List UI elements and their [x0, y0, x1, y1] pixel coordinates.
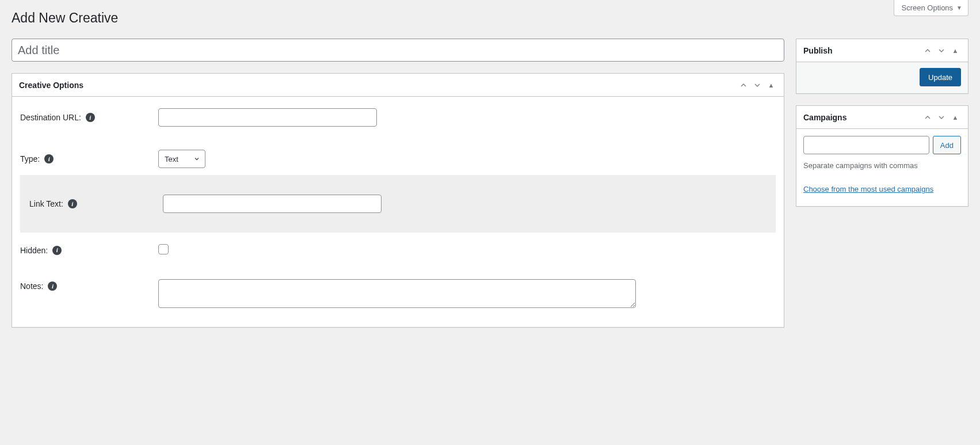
toggle-panel-icon[interactable]: ▲	[950, 114, 961, 121]
link-text-label: Link Text:	[29, 199, 63, 208]
campaigns-most-used-link[interactable]: Choose from the most used campaigns	[803, 185, 933, 193]
campaigns-hint: Separate campaigns with commas	[803, 161, 961, 170]
move-down-icon[interactable]	[752, 79, 763, 91]
notes-label: Notes:	[20, 282, 43, 291]
hidden-label: Hidden:	[20, 246, 48, 255]
title-input[interactable]	[12, 39, 784, 62]
link-text-input[interactable]	[163, 195, 382, 213]
move-up-icon[interactable]	[738, 79, 749, 91]
toggle-panel-icon[interactable]: ▲	[950, 47, 961, 54]
type-label: Type:	[20, 154, 40, 163]
type-select[interactable]: Text	[158, 150, 205, 168]
caret-down-icon: ▼	[956, 5, 962, 11]
screen-options-button[interactable]: Screen Options ▼	[894, 0, 968, 16]
destination-url-label: Destination URL:	[20, 113, 81, 122]
publish-box: Publish ▲ Update	[796, 39, 968, 94]
campaigns-heading: Campaigns	[803, 113, 846, 122]
notes-textarea[interactable]	[158, 279, 636, 308]
page-title: Add New Creative	[12, 0, 968, 28]
campaigns-input[interactable]	[803, 136, 929, 154]
info-icon[interactable]: i	[52, 246, 62, 255]
campaigns-box: Campaigns ▲ Add Separate campaigns with …	[796, 105, 968, 207]
info-icon[interactable]: i	[48, 282, 57, 291]
toggle-panel-icon[interactable]: ▲	[765, 82, 777, 89]
info-icon[interactable]: i	[44, 154, 54, 163]
publish-heading: Publish	[803, 46, 833, 55]
move-down-icon[interactable]	[936, 45, 947, 56]
move-up-icon[interactable]	[922, 112, 933, 123]
add-campaign-button[interactable]: Add	[933, 136, 961, 154]
info-icon[interactable]: i	[86, 113, 95, 122]
creative-options-box: Creative Options ▲ Destination URL: i	[12, 73, 784, 328]
hidden-checkbox[interactable]	[158, 244, 169, 254]
destination-url-input[interactable]	[158, 108, 377, 127]
update-button[interactable]: Update	[920, 68, 961, 86]
info-icon[interactable]: i	[68, 199, 77, 208]
move-down-icon[interactable]	[936, 112, 947, 123]
screen-options-label: Screen Options	[901, 3, 953, 12]
move-up-icon[interactable]	[922, 45, 933, 56]
creative-options-heading: Creative Options	[19, 81, 83, 90]
